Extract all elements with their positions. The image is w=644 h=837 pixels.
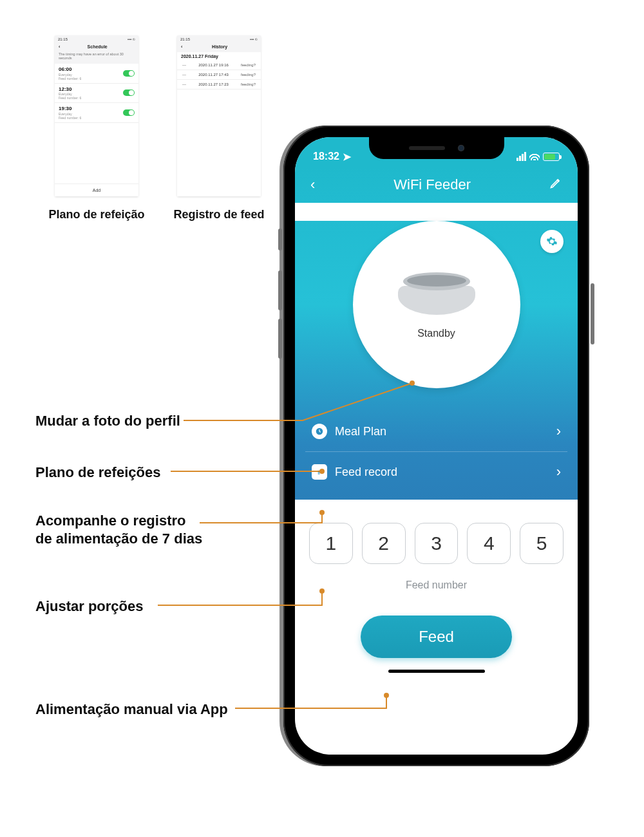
thumb-statusbar: 21:15 ••• ⎋ [177,35,261,43]
phone-screen: 18:32 ➤ ‹ WiFi Feeder [295,137,578,755]
profile-photo-button[interactable]: Standby [353,221,520,388]
history-list: 2020.11.27 Friday — 2020.11.27 19:16 fee… [177,52,261,196]
toggle-icon[interactable] [123,70,135,77]
history-thumbnail: 21:15 ••• ⎋ ‹ History 2020.11.27 Friday … [177,35,261,221]
schedule-time: 06:00 [59,66,81,73]
mute-switch [278,229,282,250]
history-caption: Registro de feed [173,208,264,221]
schedule-screen: 21:15 ••• ⎋ ‹ Schedule The timing may ha… [55,35,138,196]
thumbnails-row: 21:15 ••• ⎋ ‹ Schedule The timing may ha… [55,35,261,221]
history-date: 2020.11.27 Friday [177,52,261,61]
schedule-sub2: Feed number: 6 [59,77,81,80]
portion-button-3[interactable]: 3 [415,523,459,564]
thumb-header: ‹ Schedule [55,43,138,50]
toggle-icon[interactable] [123,89,135,96]
history-screen: 21:15 ••• ⎋ ‹ History 2020.11.27 Friday … [177,35,261,196]
schedule-list: 06:00 Everyday Feed number: 6 12:30 Ever… [55,64,138,183]
schedule-sub2: Feed number: 6 [59,116,81,120]
history-status: feeding? [241,73,256,77]
history-bullet: — [182,82,186,86]
history-bullet: — [182,63,186,67]
wifi-icon [529,153,540,160]
chevron-right-icon: › [556,464,561,480]
callout-profile: Mudar a foto do perfil [35,412,180,430]
edit-icon[interactable] [549,176,562,193]
callout-manual-feed: Alimentação manual via App [35,701,228,719]
schedule-thumbnail: 21:15 ••• ⎋ ‹ Schedule The timing may ha… [55,35,138,221]
device-status: Standby [417,328,455,339]
home-indicator[interactable] [388,670,485,673]
portion-button-5[interactable]: 5 [520,523,564,564]
history-row: — 2020.11.27 19:16 feeding? [177,61,261,70]
thumb-title: History [182,44,257,49]
feed-record-item[interactable]: Feed record › [305,452,567,484]
gear-icon [546,236,558,247]
add-button[interactable]: Add [55,183,138,196]
volume-down [278,319,282,359]
app-header: ‹ WiFi Feeder [295,167,578,203]
volume-up [278,270,282,310]
thumb-status-icons: ••• ⎋ [250,37,258,41]
toggle-icon[interactable] [123,109,135,116]
history-status: feeding? [241,82,256,86]
schedule-time: 12:30 [59,86,81,93]
menu-list: Meal Plan › Feed record › [305,411,567,484]
feed-number-label: Feed number [309,579,564,591]
thumb-title: Schedule [60,44,135,49]
history-ts: 2020.11.27 17:23 [198,82,229,86]
callout-feed-record: Acompanhe o registro de alimentação de 7… [35,512,203,547]
schedule-row[interactable]: 06:00 Everyday Feed number: 6 [55,64,138,84]
battery-icon [543,153,560,161]
schedule-row[interactable]: 19:30 Everyday Feed number: 6 [55,103,138,123]
status-time: 18:32 [313,151,339,162]
history-ts: 2020.11.27 17:43 [198,73,229,77]
history-row: — 2020.11.27 17:23 feeding? [177,80,261,89]
list-icon [312,464,327,480]
schedule-note: The timing may have an error of about 30… [55,50,138,62]
thumb-status-time: 21:15 [58,37,68,41]
schedule-sub2: Feed number: 6 [59,96,81,100]
thumb-status-icons: ••• ⎋ [128,37,135,41]
thumb-status-time: 21:15 [180,37,190,41]
schedule-time: 19:30 [59,106,81,112]
portion-button-1[interactable]: 1 [309,523,353,564]
schedule-caption: Plano de refeição [48,208,144,221]
callout-portions: Ajustar porções [35,597,144,616]
page-title: WiFi Feeder [393,176,471,193]
power-button [591,283,594,344]
history-bullet: — [182,73,186,77]
chevron-right-icon: › [556,423,561,440]
speaker-icon [409,146,445,150]
notch [369,137,504,159]
clock-icon [312,424,327,439]
thumb-header: ‹ History [177,43,261,50]
location-icon: ➤ [343,151,351,163]
phone-mockup: 18:32 ➤ ‹ WiFi Feeder [283,126,589,766]
camera-icon [458,145,464,151]
bottom-panel: 1 2 3 4 5 Feed number Feed [295,500,578,691]
portion-button-2[interactable]: 2 [362,523,406,564]
history-ts: 2020.11.27 19:16 [198,63,229,67]
portion-row: 1 2 3 4 5 [309,523,564,564]
feed-record-label: Feed record [335,466,397,479]
feed-button[interactable]: Feed [361,616,512,658]
meal-plan-label: Meal Plan [335,425,386,438]
bowl-icon [392,270,482,315]
thumb-statusbar: 21:15 ••• ⎋ [55,35,138,43]
hero-area: Standby Meal Plan › Feed record › [295,221,578,500]
schedule-row[interactable]: 12:30 Everyday Feed number: 6 [55,84,138,104]
portion-button-4[interactable]: 4 [467,523,511,564]
history-status: feeding? [241,63,256,67]
meal-plan-item[interactable]: Meal Plan › [305,411,567,452]
cellular-icon [516,152,526,161]
callout-meal-plan: Plano de refeições [35,464,160,482]
back-icon[interactable]: ‹ [310,176,315,193]
settings-button[interactable] [540,230,564,253]
history-row: — 2020.11.27 17:43 feeding? [177,70,261,80]
